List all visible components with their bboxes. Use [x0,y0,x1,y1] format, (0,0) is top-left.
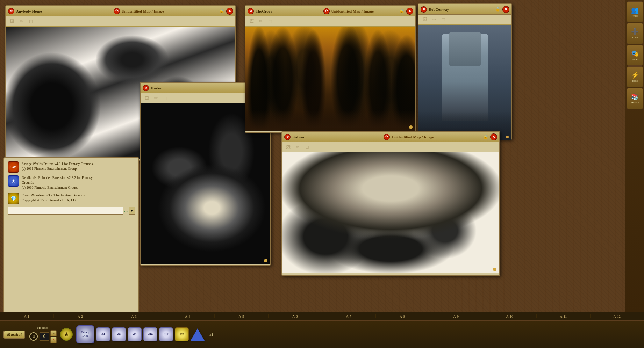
anybody-home-lock[interactable]: 🔒 [219,8,224,14]
image-rob-conway [418,25,511,140]
right-sidebar: 👥 NPCS ➕ ACES 🎭 WERS ⚡ ICES 📚 BRARY [625,0,644,312]
kaboom-map-icon: 🗺 [384,134,390,140]
die-triangle[interactable] [191,327,205,341]
info-text-3: CoreRPG ruleset v3.2.1 for Fantasy Groun… [22,193,85,203]
portrait-btn-2[interactable]: 🖼 [143,94,150,102]
anybody-home-title: Anybody Home [16,9,112,13]
the-grove-close[interactable]: ✕ [406,8,413,15]
eraser-btn-2[interactable]: ◻ [162,94,169,102]
toolbar-kaboom: 🖼 ✏ ◻ [282,142,499,152]
eraser-btn-4[interactable]: ◻ [439,16,447,23]
window-kaboom: ⚙ Kaboom: 🗺 Unidentified Map / Image 🔒 ✕… [281,131,500,276]
die-d4[interactable]: d4 [96,327,110,341]
window-the-grove: ⚙ TheGrove 🗺 Unidentified Map / Image 🔒 … [245,5,416,133]
modifier-cross[interactable]: ✕ [50,337,57,343]
the-grove-subtitle: Unidentified Map / Image [331,9,398,13]
kaboom-close[interactable]: ✕ [490,133,497,140]
info-text-2: Deadlands: Reloaded Extension v2.3.2 for… [22,175,93,190]
info-row-1: SW Savage Worlds Deluxe v4.3.1 for Fanta… [8,161,135,173]
sidebar-btn-npcs[interactable]: 👥 NPCS [627,1,643,22]
the-grove-icon: ⚙ [248,8,254,14]
rob-conway-lock[interactable]: 🔒 [495,7,501,12]
toolbar-the-grove: 🖼 ✏ ◻ [245,16,415,27]
grid-label-a7: A-7 [322,314,376,318]
grid-label-a6: A-6 [269,314,322,318]
die-d6[interactable]: d6 [112,327,126,341]
modifier-minus[interactable]: − [50,330,57,336]
anybody-home-close[interactable]: ✕ [226,8,233,15]
info-text-1: Savage Worlds Deluxe v4.3.1 for Fantasy … [22,161,94,171]
portrait-btn-4[interactable]: 🖼 [421,16,428,23]
grid-label-a11: A-11 [537,314,591,318]
pencil-btn-4[interactable]: ✏ [430,16,438,23]
titlebar-anybody-home: ⚙ Anybody Home 🗺 Unidentified Map / Imag… [6,6,235,16]
grid-label-a5: A-5 [215,314,269,318]
anybody-home-map-icon: 🗺 [114,8,120,14]
pencil-btn-1[interactable]: ✏ [17,17,25,25]
sidebar-btn-aces[interactable]: ➕ ACES [627,23,643,44]
grid-label-a2: A-2 [54,314,108,318]
portrait-btn-5[interactable]: 🖼 [284,143,292,151]
sidebar-btn-wers[interactable]: 🎭 WERS [627,45,643,66]
portrait-btn-1[interactable]: 🖼 [8,17,16,25]
image-the-grove [245,27,415,131]
die-large[interactable]: DivvyDice [76,325,94,343]
toolbar-anybody-home: 🖼 ✏ ◻ [6,16,235,27]
die-d8[interactable]: d8 [128,327,142,341]
chat-input[interactable] [8,207,123,215]
pencil-btn-3[interactable]: ✏ [257,17,265,25]
pencil-btn-2[interactable]: ✏ [152,94,160,102]
info-icon-sw: SW [8,161,19,173]
wers-label: WERS [631,58,639,61]
grid-label-a4: A-4 [161,314,215,318]
eraser-btn-3[interactable]: ◻ [266,17,274,25]
grid-label-a10: A-10 [483,314,537,318]
eraser-btn-1[interactable]: ◻ [27,17,35,25]
kaboom-lock[interactable]: 🔒 [483,134,488,140]
npcs-label: NPCS [632,15,638,17]
rob-conway-close[interactable]: ✕ [502,6,509,13]
sidebar-btn-library[interactable]: 📚 BRARY [627,88,643,109]
aces-label: ACES [632,36,638,39]
die-d20[interactable]: d20 [175,327,189,341]
info-row-3: 💎 CoreRPG ruleset v3.2.1 for Fantasy Gro… [8,193,135,204]
wers-icon: 🎭 [631,50,639,57]
image-kaboom [282,152,499,273]
toolbar-rob-conway: 🖼 ✏ ◻ [418,15,511,25]
chat-input-area: ... ▼ [8,207,135,215]
chat-dots-button[interactable]: ... [124,208,128,213]
info-row-2: ★ Deadlands: Reloaded Extension v2.3.2 f… [8,175,135,190]
kaboom-icon: ⚙ [284,134,291,140]
chat-dropdown-button[interactable]: ▼ [129,207,135,215]
sidebar-btn-ices[interactable]: ⚡ ICES [627,66,643,87]
content-the-grove [245,27,415,131]
kaboom-subtitle: Unidentified Map / Image [392,135,481,139]
rob-conway-title: RobConway [429,7,493,12]
grid-labels: A-1 A-2 A-3 A-4 A-5 A-6 A-7 A-8 A-9 A-10… [0,312,644,320]
die-d10[interactable]: d10 [143,327,157,341]
window-rob-conway: ⚙ RobConway 🔒 ✕ 🖼 ✏ ◻ [418,3,512,140]
the-grove-title: TheGrove [256,9,322,13]
grid-label-a8: A-8 [376,314,430,318]
content-kaboom [282,152,499,273]
info-panel: SW Savage Worlds Deluxe v4.3.1 for Fanta… [3,157,139,318]
titlebar-rob-conway: ⚙ RobConway 🔒 ✕ [418,4,511,15]
modifier-value: 0 [40,332,49,341]
eraser-btn-5[interactable]: ◻ [303,143,311,151]
portrait-btn-3[interactable]: 🖼 [248,17,255,25]
kaboom-title: Kaboom: [292,135,382,139]
grid-label-a9: A-9 [429,314,483,318]
library-icon: 📚 [631,93,639,101]
the-grove-map-icon: 🗺 [323,8,330,14]
multiply-label: x1 [209,332,213,336]
info-icon-star: ★ [8,175,19,187]
pencil-btn-5[interactable]: ✏ [294,143,301,151]
the-grove-lock[interactable]: 🔒 [399,8,405,14]
modifier-label: Modifier [37,326,48,329]
rob-conway-icon: ⚙ [421,6,427,13]
die-d12[interactable]: d12 [159,327,173,341]
aces-icon: ➕ [631,28,639,36]
grid-label-a12: A-12 [591,314,644,318]
npcs-icon: 👥 [631,6,639,14]
modifier-group: Modifier ⚙ 0 − ✕ [29,326,57,343]
